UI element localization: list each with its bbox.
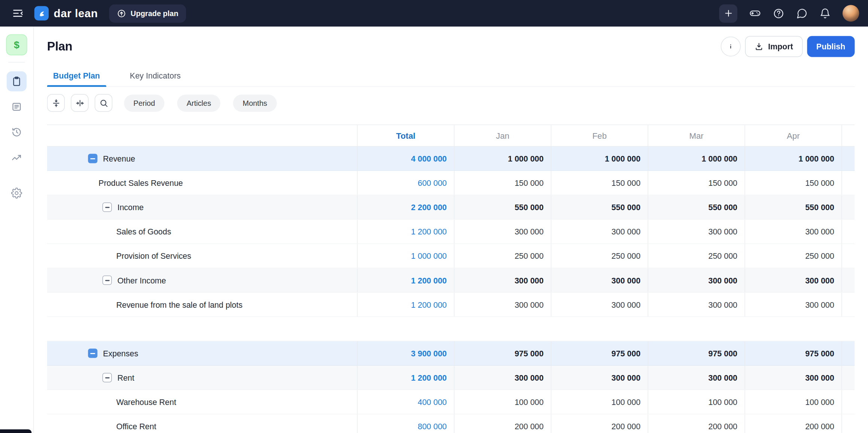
grid-row-income: Income2 200 000550 000550 000550 000550 …	[47, 195, 855, 219]
cell-total[interactable]: 600 000	[358, 171, 455, 195]
cell-apr[interactable]: 300 000	[745, 268, 842, 292]
cell-jan[interactable]: 300 000	[455, 366, 551, 390]
cell-total[interactable]: 800 000	[358, 414, 455, 433]
cell-mar[interactable]: 975 000	[648, 341, 745, 365]
help-button[interactable]	[773, 7, 785, 19]
cell-feb[interactable]: 100 000	[551, 390, 648, 414]
grid-row-other-income: Other Income1 200 000300 000300 000300 0…	[47, 268, 855, 293]
cell-apr[interactable]: 300 000	[745, 293, 842, 317]
cell-feb[interactable]: 300 000	[551, 219, 648, 243]
cell-jan[interactable]: 1 000 000	[455, 147, 551, 171]
notifications-button[interactable]	[819, 7, 831, 19]
sidebar-item-plan[interactable]	[7, 71, 27, 91]
cell-mar[interactable]: 1 000 000	[648, 147, 745, 171]
cell-feb[interactable]: 150 000	[551, 171, 648, 195]
cell-feb[interactable]: 300 000	[551, 268, 648, 292]
filter-months[interactable]: Months	[233, 94, 276, 111]
collapse-row-icon[interactable]	[88, 154, 97, 163]
brand[interactable]: dar lean	[34, 6, 98, 20]
cell-feb[interactable]: 550 000	[551, 195, 648, 219]
cell-mar[interactable]: 550 000	[648, 195, 745, 219]
bottom-left-widget[interactable]	[0, 429, 31, 433]
collapse-row-icon[interactable]	[103, 203, 112, 212]
expand-rows-button[interactable]	[47, 94, 65, 112]
row-label: Product Sales Revenue	[98, 178, 183, 187]
clipboard-icon	[11, 76, 22, 87]
cell-feb[interactable]: 300 000	[551, 366, 648, 390]
cell-mar[interactable]: 150 000	[648, 171, 745, 195]
top-navbar: dar lean Upgrade plan	[0, 0, 868, 27]
collapse-row-icon[interactable]	[103, 276, 112, 285]
cell-total[interactable]: 4 000 000	[358, 147, 455, 171]
cell-jan[interactable]: 300 000	[455, 293, 551, 317]
cell-apr[interactable]: 1 000 000	[745, 147, 842, 171]
column-header-mar: Mar	[648, 125, 745, 146]
cell-jan[interactable]: 975 000	[455, 341, 551, 365]
cell-mar[interactable]: 200 000	[648, 414, 745, 433]
cell-apr[interactable]: 300 000	[745, 219, 842, 243]
cell-apr[interactable]: 250 000	[745, 244, 842, 268]
cell-total[interactable]: 1 000 000	[358, 244, 455, 268]
tab-budget-plan[interactable]: Budget Plan	[47, 65, 106, 86]
cell-jan[interactable]: 250 000	[455, 244, 551, 268]
cell-jan[interactable]: 100 000	[455, 390, 551, 414]
filter-pills: PeriodArticlesMonths	[124, 94, 276, 111]
cell-apr[interactable]: 300 000	[745, 366, 842, 390]
cell-total[interactable]: 3 900 000	[358, 341, 455, 365]
cell-jan[interactable]: 200 000	[455, 414, 551, 433]
cell-mar[interactable]: 250 000	[648, 244, 745, 268]
search-button[interactable]	[95, 94, 112, 112]
cell-jan[interactable]: 300 000	[455, 268, 551, 292]
cell-mar[interactable]: 300 000	[648, 293, 745, 317]
cell-jan[interactable]: 550 000	[455, 195, 551, 219]
info-button[interactable]	[721, 37, 740, 56]
cell-mar[interactable]: 300 000	[648, 366, 745, 390]
cell-total[interactable]: 1 200 000	[358, 268, 455, 292]
upgrade-plan-button[interactable]: Upgrade plan	[109, 4, 186, 22]
cell-mar[interactable]: 300 000	[648, 268, 745, 292]
cell-apr[interactable]: 200 000	[745, 414, 842, 433]
publish-button[interactable]: Publish	[807, 36, 855, 57]
import-button[interactable]: Import	[745, 36, 803, 57]
cell-apr[interactable]: 150 000	[745, 171, 842, 195]
row-label: Revenue from the sale of land plots	[116, 300, 243, 309]
cell-feb[interactable]: 975 000	[551, 341, 648, 365]
user-avatar[interactable]	[843, 5, 859, 21]
filter-period[interactable]: Period	[124, 94, 164, 111]
finance-app-icon[interactable]: $	[6, 34, 27, 55]
grid-row-revenue-from-the-sale-of-land-plots: Revenue from the sale of land plots1 200…	[47, 293, 855, 317]
cell-feb[interactable]: 1 000 000	[551, 147, 648, 171]
cell-total[interactable]: 2 200 000	[358, 195, 455, 219]
cell-apr[interactable]: 975 000	[745, 341, 842, 365]
collapse-row-icon[interactable]	[103, 373, 112, 382]
tab-key-indicators[interactable]: Key Indicators	[124, 65, 187, 86]
cell-jan[interactable]: 150 000	[455, 171, 551, 195]
cell-feb[interactable]: 250 000	[551, 244, 648, 268]
cell-feb[interactable]: 200 000	[551, 414, 648, 433]
row-clip-cell	[842, 414, 855, 433]
cell-total[interactable]: 1 200 000	[358, 293, 455, 317]
filter-articles[interactable]: Articles	[177, 94, 221, 111]
cell-apr[interactable]: 100 000	[745, 390, 842, 414]
cell-total[interactable]: 400 000	[358, 390, 455, 414]
sidebar-item-indicators[interactable]	[7, 148, 27, 168]
collapse-row-icon[interactable]	[88, 348, 97, 358]
collapse-columns-button[interactable]	[71, 94, 88, 112]
cell-mar[interactable]: 100 000	[648, 390, 745, 414]
cell-jan[interactable]: 300 000	[455, 219, 551, 243]
row-label-cell: Income	[47, 195, 358, 219]
sidebar-item-reports[interactable]	[7, 97, 27, 117]
whats-new-button[interactable]	[749, 7, 761, 19]
cell-apr[interactable]: 550 000	[745, 195, 842, 219]
grid-header-row: TotalJanFebMarApr	[47, 125, 855, 147]
column-header-jan: Jan	[455, 125, 551, 146]
sidebar-item-history[interactable]	[7, 122, 27, 142]
sidebar-item-settings[interactable]	[7, 183, 27, 203]
messages-button[interactable]	[796, 7, 808, 19]
cell-total[interactable]: 1 200 000	[358, 366, 455, 390]
cell-total[interactable]: 1 200 000	[358, 219, 455, 243]
create-new-button[interactable]	[719, 4, 737, 22]
cell-mar[interactable]: 300 000	[648, 219, 745, 243]
sidebar-toggle-button[interactable]	[9, 4, 27, 22]
cell-feb[interactable]: 300 000	[551, 293, 648, 317]
